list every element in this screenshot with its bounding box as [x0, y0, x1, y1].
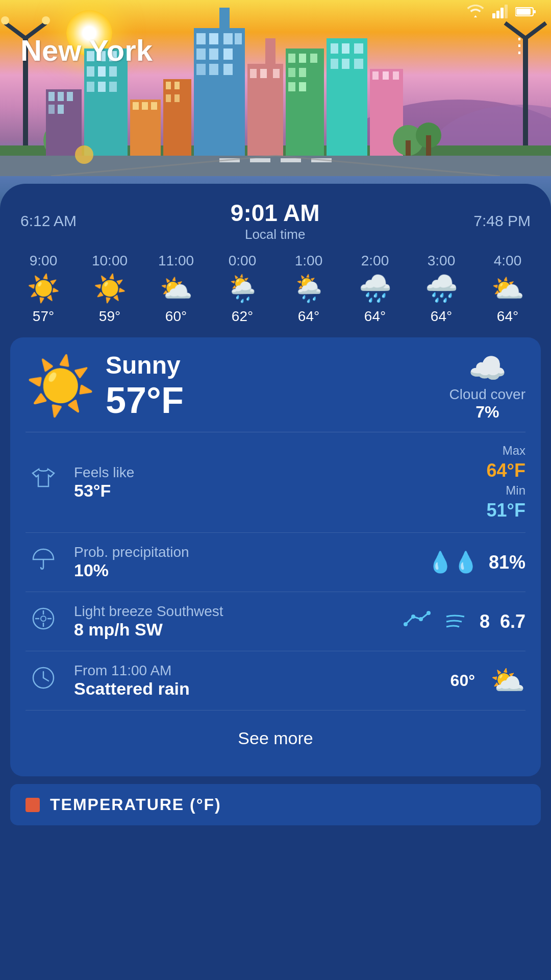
next-condition-right: 60° ⛅	[450, 664, 525, 697]
hourly-item: 3:00 🌧️ 64°	[408, 253, 474, 325]
svg-rect-41	[163, 79, 191, 166]
hour-label: 2:00	[361, 253, 389, 269]
svg-rect-73	[342, 43, 349, 54]
hour-temp: 64°	[364, 308, 386, 325]
svg-rect-49	[209, 33, 218, 44]
svg-rect-53	[209, 48, 218, 60]
precip-value: 10%	[74, 560, 415, 580]
svg-rect-66	[310, 54, 317, 63]
svg-rect-55	[196, 64, 206, 75]
svg-rect-40	[151, 102, 157, 110]
next-condition-text: From 11:00 AM Scattered rain	[74, 663, 438, 699]
svg-rect-63	[286, 48, 324, 166]
hour-label: 1:00	[295, 253, 323, 269]
svg-rect-70	[299, 82, 306, 91]
tshirt-icon	[26, 466, 61, 499]
hour-icon: ☀️	[93, 273, 127, 304]
svg-rect-24	[67, 92, 73, 101]
humidity-value: 81%	[489, 552, 525, 573]
svg-rect-54	[223, 48, 233, 60]
svg-point-102	[411, 615, 415, 619]
wind-lines-icon	[444, 610, 469, 633]
hour-temp: 64°	[298, 308, 319, 325]
hourly-item: 9:00 ☀️ 57°	[10, 253, 77, 325]
hourly-item: 10:00 ☀️ 59°	[77, 253, 143, 325]
main-weather-icon: ☀️	[26, 353, 95, 419]
conditions-top: ☀️ Sunny 57°F ☁️ Cloud cover 7%	[26, 350, 525, 432]
wind-graph-icon	[403, 609, 434, 634]
wifi-icon	[466, 4, 485, 22]
wind-text: Light breeze Southwest 8 mp/h SW	[74, 603, 390, 640]
svg-rect-50	[223, 33, 233, 44]
svg-rect-42	[166, 82, 171, 89]
umbrella-icon	[26, 547, 61, 578]
svg-rect-67	[288, 68, 295, 77]
wind-label: Light breeze Southwest	[74, 603, 390, 620]
svg-rect-57	[223, 64, 233, 75]
more-menu-button[interactable]: ⋮	[509, 33, 531, 57]
precip-text: Prob. precipitation 10%	[74, 544, 415, 580]
svg-rect-2	[500, 8, 504, 18]
svg-rect-36	[109, 82, 117, 92]
hour-temp: 59°	[99, 308, 120, 325]
svg-rect-81	[393, 71, 399, 80]
hour-label: 10:00	[92, 253, 128, 269]
condition-temp: 57°F	[106, 379, 184, 421]
svg-rect-77	[354, 59, 363, 69]
cloud-cover-display: ☁️ Cloud cover 7%	[449, 350, 525, 422]
hour-icon: ☀️	[27, 273, 60, 304]
wind-stats: 8 6.7	[403, 609, 525, 634]
svg-rect-5	[533, 10, 536, 13]
next-condition-label: Scattered rain	[74, 679, 438, 699]
svg-rect-23	[58, 92, 64, 101]
precipitation-row: Prob. precipitation 10% 💧💧 81%	[26, 533, 525, 592]
next-condition-row: From 11:00 AM Scattered rain 60° ⛅	[26, 651, 525, 710]
conditions-text: Sunny 57°F	[106, 351, 184, 421]
local-time-value: 9:01 AM	[231, 199, 320, 227]
svg-rect-52	[196, 48, 206, 60]
hourly-item: 1:00 🌦️ 64°	[276, 253, 342, 325]
precip-label: Prob. precipitation	[74, 544, 415, 560]
temp-color-indicator	[26, 798, 40, 812]
temperature-section: TEMPERATURE (°F)	[10, 784, 541, 825]
weather-panel: 6:12 AM 9:01 AM Local time 7:48 PM 9:00 …	[0, 184, 551, 980]
svg-rect-38	[133, 102, 139, 110]
see-more-button[interactable]: See more	[26, 713, 525, 764]
svg-rect-25	[48, 105, 55, 114]
svg-point-93	[75, 145, 93, 164]
svg-rect-31	[87, 66, 94, 77]
sunrise-time: 6:12 AM	[20, 212, 77, 230]
humidity-display: 💧💧 81%	[428, 550, 525, 574]
hour-icon: 🌦️	[292, 273, 325, 304]
hour-temp: 57°	[33, 308, 54, 325]
svg-point-100	[41, 616, 46, 621]
feels-like-row: Feels like 53°F Max 64°F Min 51°F	[26, 432, 525, 533]
svg-rect-72	[331, 43, 338, 54]
svg-rect-51	[235, 33, 242, 44]
svg-rect-34	[87, 82, 94, 92]
svg-rect-76	[342, 59, 349, 69]
next-condition-time: From 11:00 AM	[74, 663, 438, 679]
feels-like-label: Feels like	[74, 464, 474, 481]
max-min-display: Max 64°F Min 51°F	[487, 444, 525, 521]
svg-rect-0	[492, 13, 495, 18]
svg-rect-33	[109, 66, 117, 77]
city-name: New York	[20, 33, 153, 67]
svg-rect-48	[196, 33, 206, 44]
status-bar	[0, 0, 551, 26]
svg-rect-74	[354, 43, 363, 54]
hourly-forecast[interactable]: 9:00 ☀️ 57° 10:00 ☀️ 59° 11:00 ⛅ 60° 0:0…	[0, 248, 551, 330]
max-value: 64°F	[487, 460, 525, 481]
svg-rect-65	[299, 54, 306, 63]
feels-like-value: 53°F	[74, 481, 474, 501]
hour-label: 4:00	[494, 253, 522, 269]
drops-icon: 💧💧	[428, 550, 479, 574]
svg-rect-45	[174, 94, 180, 102]
city-header: New York ⋮	[0, 0, 551, 214]
hour-icon: ⛅	[491, 273, 524, 304]
wind-value: 8 mp/h SW	[74, 620, 390, 640]
max-label: Max	[503, 444, 525, 458]
clock-icon	[26, 665, 61, 697]
hourly-item: 4:00 ⛅ 64°	[474, 253, 541, 325]
battery-icon	[515, 5, 536, 21]
